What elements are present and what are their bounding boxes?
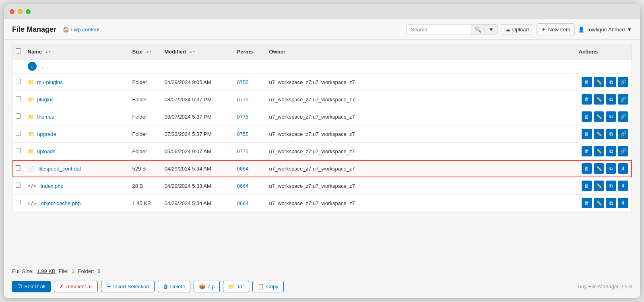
- delete-action-button[interactable]: 🗑: [582, 198, 592, 208]
- col-name[interactable]: Name ▲▼: [25, 44, 129, 60]
- delete-action-button[interactable]: 🗑: [582, 129, 592, 139]
- file-perms-cell[interactable]: 0664: [234, 177, 266, 195]
- link-action-button[interactable]: 🔗: [618, 94, 628, 105]
- file-perms-cell[interactable]: 0755: [234, 74, 266, 91]
- file-perms-cell[interactable]: 0755: [234, 125, 266, 143]
- edit-action-button[interactable]: ✏️: [594, 111, 604, 122]
- file-name-link[interactable]: mu-plugins: [37, 79, 63, 85]
- delete-action-button[interactable]: 🗑: [582, 163, 592, 174]
- perms-link[interactable]: 0775: [237, 148, 249, 154]
- link-action-button[interactable]: 🔗: [618, 77, 628, 87]
- perms-link[interactable]: 0755: [237, 131, 249, 137]
- user-menu[interactable]: 👤 Towfique Ahmed ▼: [578, 27, 632, 33]
- row-checkbox[interactable]: [16, 165, 21, 171]
- minimize-button[interactable]: [18, 9, 23, 14]
- file-name-link[interactable]: .litespeed_conf.dat: [37, 166, 81, 172]
- row-checkbox[interactable]: [16, 131, 21, 136]
- invert-selection-button[interactable]: ☰ Invert Selection: [101, 281, 155, 292]
- copy-action-button[interactable]: ⧉: [606, 198, 616, 208]
- file-name-cell[interactable]: 📁 plugins: [25, 91, 129, 108]
- file-name-link[interactable]: uploads: [37, 148, 56, 154]
- delete-action-button[interactable]: 🗑: [582, 111, 592, 122]
- link-action-button[interactable]: 🔗: [618, 129, 628, 139]
- edit-action-button[interactable]: ✏️: [594, 77, 604, 87]
- search-button[interactable]: 🔍: [471, 25, 485, 35]
- delete-action-button[interactable]: 🗑: [582, 181, 592, 191]
- row-checkbox[interactable]: [16, 113, 21, 119]
- link-action-button[interactable]: 🔗: [618, 146, 628, 156]
- search-input[interactable]: [407, 25, 471, 35]
- edit-action-button[interactable]: ✏️: [594, 163, 604, 174]
- download-action-button[interactable]: ⬇: [618, 163, 628, 174]
- copy-action-button[interactable]: ⧉: [606, 163, 616, 174]
- breadcrumb-home[interactable]: 🏠: [63, 27, 69, 33]
- row-checkbox[interactable]: [16, 79, 21, 84]
- col-modified[interactable]: Modified ▲▼: [161, 44, 234, 60]
- file-icon: 📄: [28, 166, 36, 172]
- file-perms-cell[interactable]: 0775: [234, 91, 266, 108]
- file-name-link[interactable]: index.php: [41, 183, 63, 189]
- row-checkbox[interactable]: [16, 200, 21, 205]
- tar-button[interactable]: 📁 Tar: [223, 281, 249, 292]
- file-name-cell[interactable]: </> index.php: [25, 177, 129, 195]
- edit-action-button[interactable]: ✏️: [594, 94, 604, 105]
- copy-action-button[interactable]: ⧉: [606, 129, 616, 139]
- edit-action-button[interactable]: ✏️: [594, 129, 604, 139]
- file-name-cell[interactable]: 📁 uploads: [25, 143, 129, 160]
- file-name-link[interactable]: object-cache.php: [41, 200, 80, 206]
- link-action-button[interactable]: 🔗: [618, 111, 628, 122]
- row-checkbox[interactable]: [16, 183, 21, 188]
- copy-action-button[interactable]: ⧉: [606, 181, 616, 191]
- search-dropdown-button[interactable]: ▼: [485, 25, 497, 35]
- file-name-cell[interactable]: 📁 upgrade: [25, 125, 129, 143]
- perms-link[interactable]: 0664: [237, 183, 249, 189]
- download-action-button[interactable]: ⬇: [618, 198, 628, 208]
- file-owner-cell: u7_workspace_z7:u7_workspace_z7: [266, 160, 576, 177]
- copy-action-button[interactable]: ⧉: [606, 111, 616, 122]
- file-perms-cell[interactable]: 0775: [234, 108, 266, 125]
- perms-link[interactable]: 0755: [237, 79, 249, 85]
- perms-link[interactable]: 0664: [237, 200, 249, 206]
- file-name-cell[interactable]: 📁 mu-plugins: [25, 74, 129, 91]
- file-name-link[interactable]: plugins: [37, 97, 54, 103]
- file-name-cell[interactable]: 📁 themes: [25, 108, 129, 125]
- download-action-button[interactable]: ⬇: [618, 181, 628, 191]
- copy-button[interactable]: 📋 Copy: [252, 281, 283, 292]
- file-perms-cell[interactable]: 0664: [234, 160, 266, 177]
- edit-action-button[interactable]: ✏️: [594, 181, 604, 191]
- row-checkbox[interactable]: [16, 96, 21, 101]
- edit-action-button[interactable]: ✏️: [594, 198, 604, 208]
- unselect-all-button[interactable]: ✗ Unselect all: [54, 281, 98, 292]
- copy-action-button[interactable]: ⧉: [606, 77, 616, 87]
- breadcrumb-path[interactable]: wp-content: [74, 27, 100, 33]
- delete-action-button[interactable]: 🗑: [582, 146, 592, 156]
- maximize-button[interactable]: [26, 9, 31, 14]
- perms-link[interactable]: 0775: [237, 114, 249, 120]
- file-name-cell[interactable]: 📄 .litespeed_conf.dat: [25, 160, 129, 177]
- file-size-cell: Folder: [129, 91, 161, 108]
- zip-button[interactable]: 📦 Zip: [194, 281, 220, 292]
- file-perms-cell[interactable]: 0664: [234, 195, 266, 212]
- new-item-button[interactable]: ＋ New Item: [537, 23, 575, 35]
- upload-button[interactable]: ☁ Upload: [501, 24, 533, 35]
- col-size[interactable]: Size ▲▼: [129, 44, 161, 60]
- select-all-button[interactable]: ☑ Select all: [12, 281, 51, 292]
- file-name-cell[interactable]: </> object-cache.php: [25, 195, 129, 212]
- delete-button[interactable]: 🗑 Delete: [158, 281, 191, 292]
- perms-link[interactable]: 0664: [237, 166, 249, 172]
- delete-action-button[interactable]: 🗑: [582, 94, 592, 105]
- copy-action-button[interactable]: ⧉: [606, 146, 616, 156]
- close-button[interactable]: [10, 9, 14, 14]
- file-name-link[interactable]: themes: [37, 114, 54, 120]
- file-size-cell: Folder: [129, 143, 161, 160]
- file-name-link[interactable]: upgrade: [37, 131, 56, 137]
- delete-action-button[interactable]: 🗑: [582, 77, 592, 87]
- file-owner-cell: u7_workspace_z7:u7_workspace_z7: [266, 143, 576, 160]
- back-button[interactable]: ‹: [28, 62, 37, 71]
- file-perms-cell[interactable]: 0775: [234, 143, 266, 160]
- perms-link[interactable]: 0775: [237, 97, 249, 103]
- edit-action-button[interactable]: ✏️: [594, 146, 604, 156]
- row-checkbox[interactable]: [16, 148, 21, 153]
- select-all-checkbox[interactable]: [16, 48, 21, 53]
- copy-action-button[interactable]: ⧉: [606, 94, 616, 105]
